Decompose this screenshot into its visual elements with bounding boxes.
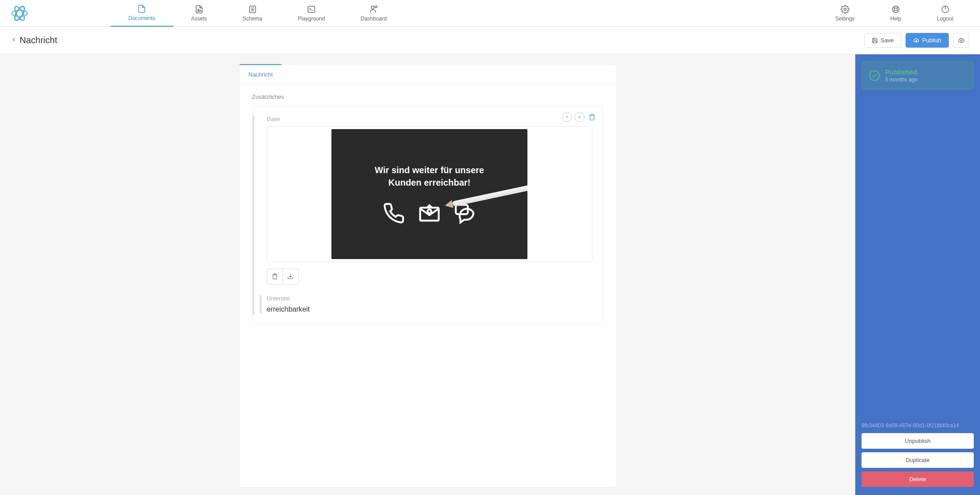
status-title: Published [885,68,918,76]
move-up-button[interactable] [562,112,572,122]
remove-image-button[interactable] [267,268,283,284]
section-label: Zusätzliches [252,93,604,100]
image-text-line1: Wir sind weiter für unsere [375,164,484,176]
nav-settings[interactable]: Settings [817,0,872,27]
trash-icon [588,114,596,121]
nav-schema[interactable]: Schema [225,0,280,27]
delete-button[interactable]: Delete [862,471,974,487]
eye-icon [958,37,964,44]
preview-image: Wir sind weiter für unsere Kunden erreic… [331,129,527,259]
svg-point-10 [371,6,374,9]
right-sidebar: Published 5 months ago 9fb34403-9a59-467… [855,54,980,495]
save-icon [872,37,878,44]
download-image-button[interactable] [283,268,299,284]
nav-label: Schema [243,16,262,22]
svg-point-11 [375,6,377,8]
nav-help[interactable]: Help [873,0,919,27]
nav-assets[interactable]: Assets [173,0,225,27]
tab-label: Nachricht [249,71,273,78]
save-label: Save [881,37,894,44]
nav-playground[interactable]: Playground [280,0,343,27]
svg-line-16 [897,7,898,8]
unpublish-button[interactable]: Unpublish [862,433,974,449]
nav-dashboard[interactable]: Dashboard [343,0,404,27]
form-panel: Nachricht Zusätzliches [240,65,616,487]
svg-line-15 [894,7,895,8]
document-id: 9fb34403-9a59-467e-80d1-0f21fd40ca14 [862,422,974,429]
image-preview-box[interactable]: Wir sind weiter für unsere Kunden erreic… [267,126,592,262]
email-icon [418,202,441,224]
chevron-down-icon [577,115,582,119]
nav-label: Settings [835,16,854,22]
move-down-button[interactable] [575,112,584,122]
preview-button[interactable] [953,33,969,48]
page-header: Nachricht Save Publish [0,27,980,54]
svg-point-24 [428,210,431,213]
app-logo[interactable] [9,3,30,24]
status-subtitle: 5 months ago [885,77,918,83]
tab-nachricht[interactable]: Nachricht [240,64,282,84]
field-block-datei: Datei Wir sind weiter für unsere Kunden … [252,106,604,325]
field-label-datei: Datei [267,116,592,122]
top-navigation: Documents Assets Schema Playground Dashb… [0,0,980,27]
nav-label: Dashboard [360,16,387,22]
nav-documents[interactable]: Documents [110,0,173,27]
delete-block-button[interactable] [587,112,597,122]
nav-label: Assets [191,16,207,22]
check-circle-icon [869,70,880,81]
duplicate-button[interactable]: Duplicate [862,452,974,468]
svg-point-0 [12,10,27,16]
upload-cloud-icon [913,37,919,44]
nav-label: Help [890,16,902,22]
svg-line-17 [894,10,895,12]
save-button[interactable]: Save [864,33,902,48]
publish-label: Publish [922,37,941,44]
nav-label: Logout [937,16,953,22]
nav-label: Playground [298,16,325,22]
phone-icon [383,202,405,224]
page-title: Nachricht [20,35,57,45]
back-button[interactable] [11,37,17,45]
image-text-line2: Kunden erreichbar! [375,176,484,189]
download-icon [287,273,294,280]
trash-icon [272,273,278,280]
svg-point-12 [844,8,846,10]
chevron-up-icon [565,115,569,119]
svg-point-14 [894,8,898,11]
svg-line-18 [897,10,898,12]
svg-point-3 [198,9,199,10]
nav-label: Documents [128,15,155,21]
publish-button[interactable]: Publish [906,33,949,48]
nav-logout[interactable]: Logout [919,0,971,27]
field-label-untertitel: Untertitel [267,295,592,302]
svg-rect-8 [308,6,315,12]
untertitel-value[interactable]: erreichbarkeit [267,305,592,313]
status-card: Published 5 months ago [862,61,974,89]
svg-point-22 [960,40,962,41]
